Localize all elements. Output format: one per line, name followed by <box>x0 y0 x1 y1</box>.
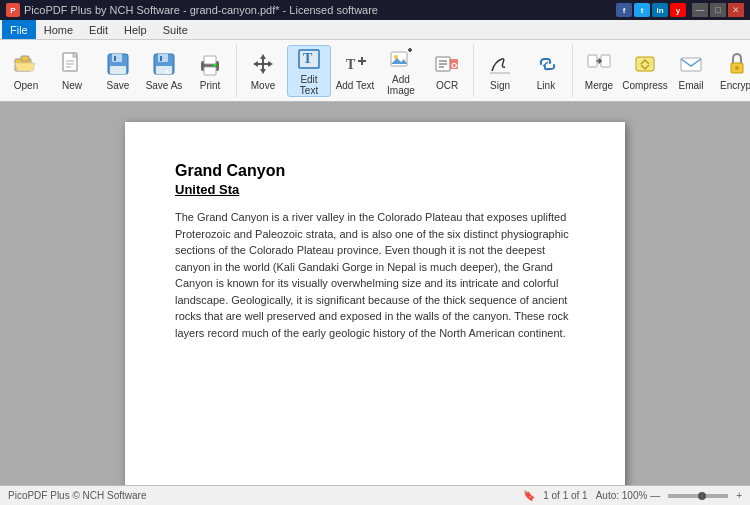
twitter-icon[interactable]: t <box>634 3 650 17</box>
save-button[interactable]: Save <box>96 45 140 97</box>
sign-button[interactable]: Sign <box>478 45 522 97</box>
link-label: Link <box>537 80 555 91</box>
social-icons: f t in y <box>616 3 686 17</box>
link-icon <box>532 50 560 78</box>
merge-icon <box>585 50 613 78</box>
page-info: 1 of 1 of 1 <box>543 490 587 501</box>
svg-rect-8 <box>110 66 126 74</box>
save-label: Save <box>107 80 130 91</box>
menu-bar: File Home Edit Help Suite <box>0 20 750 40</box>
sign-label: Sign <box>490 80 510 91</box>
svg-text:T: T <box>346 57 356 72</box>
document-title: Grand Canyon <box>175 162 575 180</box>
svg-text:T: T <box>303 51 313 66</box>
ribbon-group-file: Open New Save A Save As Print <box>0 44 237 97</box>
encrypt-icon <box>723 50 750 78</box>
status-bar: PicoPDF Plus © NCH Software 🔖 1 of 1 of … <box>0 485 750 505</box>
minimize-button[interactable]: — <box>692 3 708 17</box>
svg-text:A: A <box>165 69 170 75</box>
link-button[interactable]: Link <box>524 45 568 97</box>
merge-label: Merge <box>585 80 613 91</box>
move-label: Move <box>251 80 275 91</box>
window-controls: — □ ✕ <box>692 3 744 17</box>
new-icon <box>58 50 86 78</box>
svg-point-18 <box>214 64 217 67</box>
ocr-label: OCR <box>436 80 458 91</box>
zoom-plus[interactable]: + <box>736 490 742 501</box>
sign-icon <box>486 50 514 78</box>
document-subtitle: United Sta <box>175 182 575 197</box>
addtext-button[interactable]: T Add Text <box>333 45 377 97</box>
move-icon <box>249 50 277 78</box>
youtube-icon[interactable]: y <box>670 3 686 17</box>
svg-rect-9 <box>114 56 116 61</box>
saveas-icon: A <box>150 50 178 78</box>
compress-button[interactable]: Compress <box>623 45 667 97</box>
svg-rect-1 <box>21 56 29 61</box>
ribbon-group-edit: Move T Edit Text T Add Text Add Image OC… <box>237 44 474 97</box>
email-label: Email <box>678 80 703 91</box>
svg-rect-16 <box>204 56 216 64</box>
saveas-button[interactable]: A Save As <box>142 45 186 97</box>
svg-rect-13 <box>160 56 162 61</box>
page-icon: 🔖 <box>523 490 535 501</box>
open-label: Open <box>14 80 38 91</box>
addimage-button[interactable]: Add Image <box>379 45 423 97</box>
addimage-label: Add Image <box>381 74 421 96</box>
svg-rect-39 <box>681 58 701 71</box>
open-button[interactable]: Open <box>4 45 48 97</box>
ribbon: Open New Save A Save As Print <box>0 40 750 102</box>
content-area: Grand Canyon United Sta The Grand Canyon… <box>0 102 750 485</box>
edittext-label: Edit Text <box>290 74 328 96</box>
menu-suite[interactable]: Suite <box>155 20 196 39</box>
svg-rect-7 <box>112 54 122 62</box>
svg-rect-36 <box>588 55 597 67</box>
document-body: The Grand Canyon is a river valley in th… <box>175 209 575 341</box>
svg-rect-12 <box>156 66 172 74</box>
title-text: PicoPDF Plus by NCH Software - grand-can… <box>24 4 378 16</box>
svg-rect-11 <box>158 54 168 62</box>
menu-file[interactable]: File <box>2 20 36 39</box>
save-icon <box>104 50 132 78</box>
new-label: New <box>62 80 82 91</box>
edittext-icon: T <box>295 46 323 72</box>
title-bar: P PicoPDF Plus by NCH Software - grand-c… <box>0 0 750 20</box>
linkedin-icon[interactable]: in <box>652 3 668 17</box>
saveas-label: Save As <box>146 80 183 91</box>
svg-rect-17 <box>204 67 216 75</box>
facebook-icon[interactable]: f <box>616 3 632 17</box>
print-button[interactable]: Print <box>188 45 232 97</box>
email-button[interactable]: Email <box>669 45 713 97</box>
addtext-label: Add Text <box>336 80 375 91</box>
move-button[interactable]: Move <box>241 45 285 97</box>
ocr-button[interactable]: OCR OCR <box>425 45 469 97</box>
encrypt-button[interactable]: Encrypt <box>715 45 750 97</box>
email-icon <box>677 50 705 78</box>
edittext-button[interactable]: T Edit Text <box>287 45 331 97</box>
maximize-button[interactable]: □ <box>710 3 726 17</box>
addtext-icon: T <box>341 50 369 78</box>
close-button[interactable]: ✕ <box>728 3 744 17</box>
zoom-thumb <box>698 492 706 500</box>
new-button[interactable]: New <box>50 45 94 97</box>
menu-edit[interactable]: Edit <box>81 20 116 39</box>
ribbon-group-sign: Sign Link <box>474 44 573 97</box>
app-icon: P <box>6 3 20 17</box>
svg-rect-37 <box>601 55 610 67</box>
zoom-slider[interactable] <box>668 494 728 498</box>
compress-icon <box>631 50 659 78</box>
encrypt-label: Encrypt <box>720 80 750 91</box>
svg-text:OCR: OCR <box>451 61 460 70</box>
print-label: Print <box>200 80 221 91</box>
status-right: 🔖 1 of 1 of 1 Auto: 100% — + <box>523 490 742 501</box>
ribbon-group-tools: Merge Compress Email Encrypt <box>573 44 750 97</box>
print-icon <box>196 50 224 78</box>
pdf-page: Grand Canyon United Sta The Grand Canyon… <box>125 122 625 485</box>
merge-button[interactable]: Merge <box>577 45 621 97</box>
status-left: PicoPDF Plus © NCH Software <box>8 490 147 501</box>
compress-label: Compress <box>622 80 668 91</box>
addimage-icon <box>387 46 415 72</box>
menu-home[interactable]: Home <box>36 20 81 39</box>
zoom-info: Auto: 100% — <box>596 490 660 501</box>
menu-help[interactable]: Help <box>116 20 155 39</box>
